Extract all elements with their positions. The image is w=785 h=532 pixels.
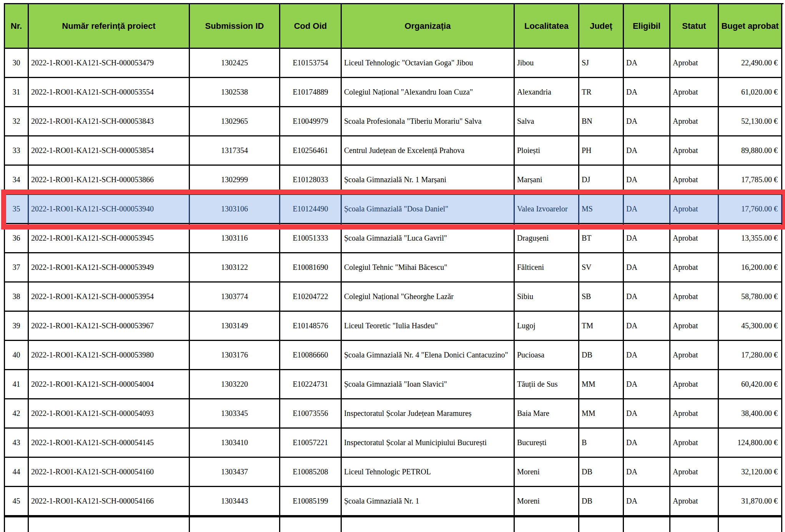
cell-sta[interactable]: Aprobat [670, 107, 719, 136]
cell-sta[interactable]: Aprobat [670, 49, 719, 78]
cell-jud[interactable]: TM [579, 312, 624, 341]
cell-jud[interactable]: SB [579, 283, 624, 312]
cell-bug[interactable]: 52,130.00 € [719, 107, 782, 136]
cell-nr[interactable]: 34 [5, 166, 29, 195]
cell-ref[interactable]: 2022-1-RO01-KA121-SCH-000053554 [29, 78, 190, 107]
cell-org[interactable]: Liceul Teoretic "Iulia Hasdeu" [342, 312, 515, 341]
cell-loc[interactable]: Lugoj [515, 312, 579, 341]
header-loc[interactable]: Localitatea [515, 4, 579, 49]
cell-eli[interactable]: DA [624, 487, 670, 516]
cell-loc[interactable]: București [515, 429, 579, 458]
cell-ref[interactable]: 2022-1-RO01-KA121-SCH-000054145 [29, 429, 190, 458]
cell-bug[interactable]: 38,400.00 € [719, 399, 782, 429]
cell-jud[interactable]: SJ [579, 49, 624, 78]
cell-org[interactable]: Școala Gimnazială "Dosa Daniel" [342, 195, 515, 224]
cell-nr[interactable]: 35 [5, 195, 29, 224]
header-bug[interactable]: Buget aprobat [719, 4, 782, 49]
cell-ref[interactable]: 2022-1-RO01-KA121-SCH-000053967 [29, 312, 190, 341]
cell-sid[interactable]: 1303122 [190, 253, 280, 283]
cell-bug[interactable]: 31,870.00 € [719, 487, 782, 516]
cell-oid[interactable]: E10256461 [280, 136, 342, 166]
cell-oid[interactable]: E10057221 [280, 429, 342, 458]
table-row[interactable]: 432022-1-RO01-KA121-SCH-0000541451303410… [5, 429, 783, 458]
cell-bug[interactable]: 89,880.00 € [719, 136, 782, 166]
cell-oid[interactable]: E10086660 [280, 341, 342, 370]
cell-jud[interactable]: DJ [579, 166, 624, 195]
cell-ref[interactable]: 2022-1-RO01-KA121-SCH-000053945 [29, 224, 190, 253]
cell-org[interactable]: Școala Gimnazială "Ioan Slavici" [342, 370, 515, 399]
table-row[interactable]: 402022-1-RO01-KA121-SCH-0000539801303176… [5, 341, 783, 370]
cell-org[interactable]: Colegiul Național "Alexandru Ioan Cuza" [342, 78, 515, 107]
cell-sta[interactable]: Aprobat [670, 78, 719, 107]
cell-sid[interactable]: 1303220 [190, 370, 280, 399]
cell-sta[interactable]: Aprobat [670, 458, 719, 487]
table-row[interactable]: 442022-1-RO01-KA121-SCH-0000541601303437… [5, 458, 783, 487]
cell-sta[interactable]: Aprobat [670, 399, 719, 429]
cell-oid[interactable]: E10073556 [280, 399, 342, 429]
table-row[interactable]: 362022-1-RO01-KA121-SCH-0000539451303116… [5, 224, 783, 253]
cell-org[interactable]: Liceul Tehnologic "Octavian Goga" Jibou [342, 49, 515, 78]
cell-org[interactable]: Școala Gimnazială Nr. 1 Marșani [342, 166, 515, 195]
cell-eli[interactable]: DA [624, 49, 670, 78]
cell-sid[interactable]: 1303443 [190, 487, 280, 516]
cell-loc[interactable]: Dragușeni [515, 224, 579, 253]
table-row[interactable]: 422022-1-RO01-KA121-SCH-0000540931303345… [5, 399, 783, 429]
cell-sta[interactable]: Aprobat [670, 136, 719, 166]
cell-eli[interactable]: DA [624, 399, 670, 429]
cell-oid[interactable]: E10174889 [280, 78, 342, 107]
cell-jud[interactable]: DB [579, 458, 624, 487]
cell-jud[interactable]: SV [579, 253, 624, 283]
cell-sta[interactable]: Aprobat [670, 312, 719, 341]
cell-jud[interactable]: B [579, 429, 624, 458]
table-row[interactable]: 302022-1-RO01-KA121-SCH-0000534791302425… [5, 49, 783, 78]
cell-eli[interactable]: DA [624, 136, 670, 166]
cell-oid[interactable]: E10153754 [280, 49, 342, 78]
cell-eli[interactable]: DA [624, 166, 670, 195]
cell-oid[interactable]: E10049979 [280, 107, 342, 136]
cell-eli[interactable]: DA [624, 253, 670, 283]
cell-bug[interactable]: 60,420.00 € [719, 370, 782, 399]
cell-sid[interactable]: 1302965 [190, 107, 280, 136]
cell-jud[interactable]: TR [579, 78, 624, 107]
cell-eli[interactable]: DA [624, 429, 670, 458]
cell-loc[interactable]: Salva [515, 107, 579, 136]
cell-sid[interactable]: 1303106 [190, 195, 280, 224]
cell-org[interactable]: Școala Gimnazială "Luca Gavril" [342, 224, 515, 253]
cell-oid[interactable]: E10051333 [280, 224, 342, 253]
cell-jud[interactable]: BT [579, 224, 624, 253]
cell-sid[interactable]: 1303774 [190, 283, 280, 312]
header-nr[interactable]: Nr. [5, 4, 29, 49]
cell-eli[interactable]: DA [624, 107, 670, 136]
cell-bug[interactable]: 124,800.00 € [719, 429, 782, 458]
table-row[interactable]: 382022-1-RO01-KA121-SCH-0000539541303774… [5, 283, 783, 312]
cell-eli[interactable]: DA [624, 458, 670, 487]
cell-ref[interactable]: 2022-1-RO01-KA121-SCH-000053949 [29, 253, 190, 283]
cell-nr[interactable]: 39 [5, 312, 29, 341]
cell-loc[interactable]: Baia Mare [515, 399, 579, 429]
cell-nr[interactable]: 40 [5, 341, 29, 370]
cell-oid[interactable]: E10128033 [280, 166, 342, 195]
cell-org[interactable]: Școala Gimnazială Nr. 1 [342, 487, 515, 516]
cell-sid[interactable]: 1302538 [190, 78, 280, 107]
cell-loc[interactable]: Fălticeni [515, 253, 579, 283]
cell-loc[interactable]: Sibiu [515, 283, 579, 312]
cell-sid[interactable]: 1303437 [190, 458, 280, 487]
cell-nr[interactable]: 32 [5, 107, 29, 136]
cell-ref[interactable]: 2022-1-RO01-KA121-SCH-000053954 [29, 283, 190, 312]
cell-jud[interactable]: PH [579, 136, 624, 166]
table-row[interactable]: 452022-1-RO01-KA121-SCH-0000541661303443… [5, 487, 783, 516]
table-row[interactable]: 412022-1-RO01-KA121-SCH-0000540041303220… [5, 370, 783, 399]
cell-loc[interactable]: Pucioasa [515, 341, 579, 370]
cell-ref[interactable]: 2022-1-RO01-KA121-SCH-000053980 [29, 341, 190, 370]
cell-sid[interactable]: 1303116 [190, 224, 280, 253]
cell-org[interactable]: Colegiul Tehnic "Mihai Băcescu" [342, 253, 515, 283]
cell-org[interactable]: Inspectoratul Școlar al Municipiului Buc… [342, 429, 515, 458]
table-row[interactable]: 392022-1-RO01-KA121-SCH-0000539671303149… [5, 312, 783, 341]
cell-sid[interactable]: 1303410 [190, 429, 280, 458]
cell-jud[interactable]: BN [579, 107, 624, 136]
table-row[interactable]: 372022-1-RO01-KA121-SCH-0000539491303122… [5, 253, 783, 283]
cell-sta[interactable]: Aprobat [670, 166, 719, 195]
cell-ref[interactable]: 2022-1-RO01-KA121-SCH-000053854 [29, 136, 190, 166]
cell-org[interactable]: Școala Gimnazială Nr. 4 "Elena Donici Ca… [342, 341, 515, 370]
cell-sta[interactable]: Aprobat [670, 224, 719, 253]
